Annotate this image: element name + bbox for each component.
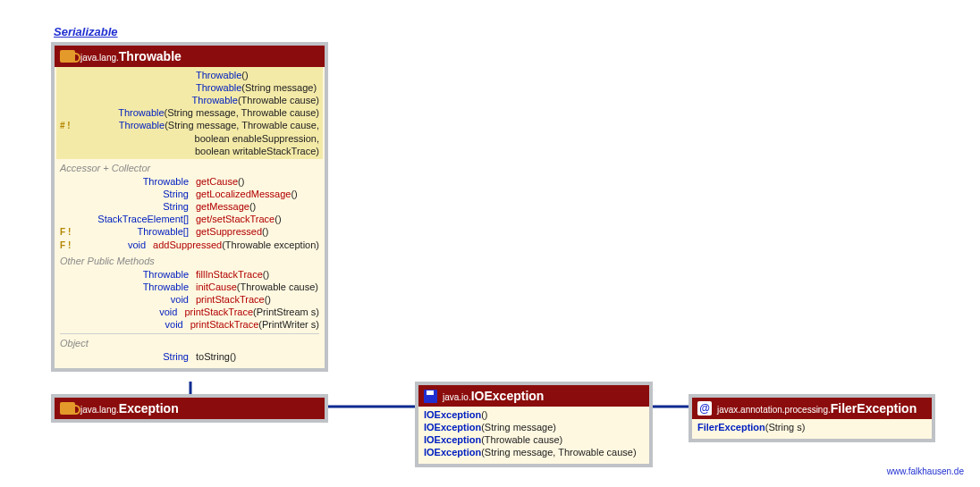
class-name: Throwable — [119, 49, 182, 63]
member-row: IOException (String message, Throwable c… — [424, 446, 644, 458]
class-name: IOException — [471, 389, 545, 403]
member-row: voidprintStackTrace (PrintStream s) — [60, 306, 319, 318]
member-row: voidprintStackTrace (PrintWriter s) — [60, 318, 319, 331]
member-row: F !Throwable[]getSuppressed () — [60, 225, 319, 239]
package-label: java.io. — [443, 392, 471, 402]
constructor-section: IOException ()IOException (String messag… — [418, 407, 649, 464]
member-row: ThrowablefillInStackTrace () — [60, 268, 319, 281]
member-row: IOException (Throwable cause) — [424, 433, 644, 446]
member-row: Throwable () — [60, 69, 319, 81]
package-label: java.lang. — [80, 405, 119, 415]
member-row: ThrowablegetCause () — [60, 175, 319, 188]
class-box-ioexception: java.io.IOException IOException ()IOExce… — [415, 382, 653, 467]
accessor-section: ThrowablegetCause ()StringgetLocalizedMe… — [60, 175, 319, 252]
class-header: java.lang.Throwable — [55, 46, 325, 67]
public-section: ThrowablefillInStackTrace ()Throwableini… — [60, 268, 319, 331]
class-icon — [60, 50, 75, 63]
member-row: Throwable (String message) — [60, 81, 319, 94]
member-row: F !voidaddSuppressed (Throwable exceptio… — [60, 239, 319, 252]
class-icon — [60, 402, 75, 415]
member-row: StackTraceElement[]get/setStackTrace () — [60, 213, 319, 225]
member-row: Throwable (String message, Throwable cau… — [60, 106, 319, 119]
class-icon — [424, 390, 437, 403]
package-label: javax.annotation.processing. — [717, 405, 831, 415]
constructor-section: FilerException (String s) — [692, 419, 932, 439]
section-object: Object — [60, 338, 319, 348]
class-box-throwable: java.lang.Throwable Throwable ()Throwabl… — [51, 42, 328, 372]
member-row: StringgetMessage () — [60, 200, 319, 213]
class-header: @ javax.annotation.processing.FilerExcep… — [692, 398, 932, 419]
member-row: StringtoString () — [60, 350, 319, 363]
member-row: boolean writableStackTrace) — [60, 145, 319, 157]
serializable-label: Serializable — [54, 25, 118, 38]
class-name: Exception — [119, 401, 179, 416]
member-row: IOException (String message) — [424, 421, 644, 433]
object-section: StringtoString () — [60, 350, 319, 363]
class-name: FilerException — [831, 401, 917, 416]
member-row: Throwable (Throwable cause) — [60, 94, 319, 106]
member-row: IOException () — [424, 408, 644, 421]
member-row: boolean enableSuppression, — [60, 132, 319, 145]
class-header: java.lang.Exception — [55, 398, 325, 419]
member-row: # !Throwable (String message, Throwable … — [60, 119, 319, 132]
member-row: ThrowableinitCause (Throwable cause) — [60, 281, 319, 293]
class-box-filerexception: @ javax.annotation.processing.FilerExcep… — [689, 394, 935, 442]
package-label: java.lang. — [80, 53, 119, 63]
section-accessor: Accessor + Collector — [60, 163, 319, 173]
credit-link[interactable]: www.falkhausen.de — [887, 466, 964, 476]
constructor-section: Throwable ()Throwable (String message)Th… — [56, 67, 323, 159]
class-icon: @ — [697, 401, 712, 416]
member-row: voidprintStackTrace () — [60, 293, 319, 306]
member-row: FilerException (String s) — [697, 421, 926, 433]
section-public: Other Public Methods — [60, 256, 319, 266]
member-row: StringgetLocalizedMessage () — [60, 188, 319, 200]
class-header: java.io.IOException — [418, 385, 649, 407]
class-box-exception: java.lang.Exception — [51, 394, 328, 423]
